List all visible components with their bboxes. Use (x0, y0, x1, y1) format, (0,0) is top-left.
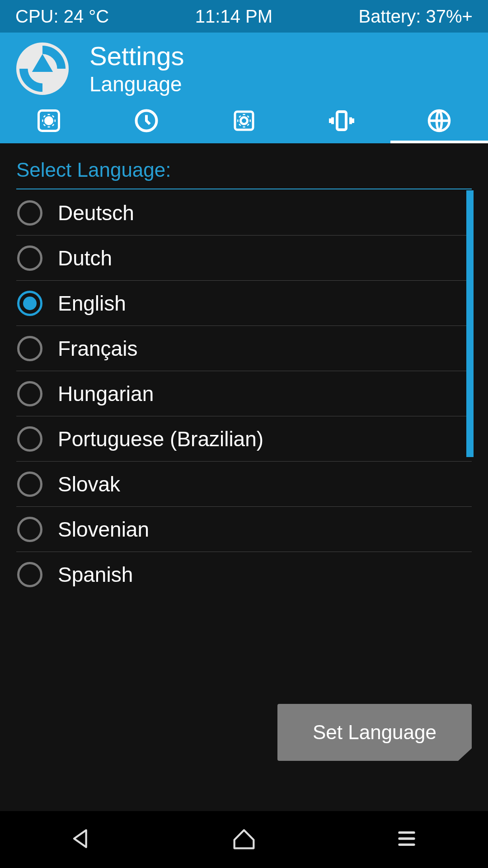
language-label: Français (58, 336, 137, 361)
radio-icon (17, 472, 42, 497)
list-item[interactable]: Slovenian (16, 507, 472, 552)
svg-point-2 (46, 118, 52, 124)
list-item[interactable]: Dutch (16, 236, 472, 281)
brightness-icon (230, 107, 258, 136)
tab-row (0, 100, 488, 143)
menu-icon[interactable] (392, 824, 421, 855)
content: Select Language: Deutsch Dutch English F… (0, 143, 488, 811)
page-subtitle: Language (89, 72, 184, 96)
radio-icon (17, 426, 42, 452)
clock-icon (133, 107, 160, 136)
radio-icon (17, 200, 42, 226)
radio-icon (17, 291, 42, 316)
language-label: Slovenian (58, 517, 149, 542)
list-item[interactable]: Spanish (16, 552, 472, 597)
language-label: Spanish (58, 562, 133, 587)
list-item[interactable]: English (16, 281, 472, 326)
language-label: Slovak (58, 472, 120, 496)
status-battery: Battery: 37%+ (359, 6, 473, 27)
tab-general[interactable] (0, 100, 98, 143)
page-title: Settings (89, 41, 184, 71)
twrp-logo-icon (16, 42, 69, 95)
scrollbar[interactable] (466, 190, 474, 457)
language-label: Deutsch (58, 201, 134, 225)
tab-language[interactable] (390, 100, 488, 143)
list-item[interactable]: Français (16, 326, 472, 371)
radio-icon (17, 336, 42, 361)
tab-screen[interactable] (195, 100, 293, 143)
back-icon[interactable] (67, 824, 96, 855)
globe-icon (426, 107, 453, 136)
header-titles: Settings Language (89, 41, 184, 96)
home-icon[interactable] (230, 824, 258, 855)
gear-icon (35, 107, 62, 136)
language-list[interactable]: Deutsch Dutch English Français Hungarian… (16, 190, 472, 597)
radio-icon (17, 245, 42, 271)
list-item[interactable]: Slovak (16, 462, 472, 507)
tab-vibration[interactable] (293, 100, 390, 143)
radio-icon (17, 517, 42, 542)
vibration-icon (328, 107, 355, 136)
list-item[interactable]: Hungarian (16, 371, 472, 416)
set-language-button[interactable]: Set Language (277, 704, 472, 761)
section-title: Select Language: (16, 159, 472, 189)
status-cpu: CPU: 24 °C (15, 6, 109, 27)
radio-icon (17, 562, 42, 587)
list-item[interactable]: Deutsch (16, 190, 472, 236)
header: Settings Language (0, 33, 488, 143)
header-top: Settings Language (0, 33, 488, 100)
radio-icon (17, 381, 42, 406)
language-label: Hungarian (58, 382, 154, 406)
system-navbar (0, 811, 488, 868)
status-bar: CPU: 24 °C 11:14 PM Battery: 37%+ (0, 0, 488, 33)
tab-timezone[interactable] (98, 100, 195, 143)
svg-point-5 (241, 118, 248, 124)
list-item[interactable]: Portuguese (Brazilian) (16, 416, 472, 462)
language-list-wrap: Deutsch Dutch English Français Hungarian… (16, 190, 472, 597)
svg-rect-6 (337, 112, 346, 130)
language-label: English (58, 291, 126, 316)
language-label: Dutch (58, 246, 112, 270)
status-time: 11:14 PM (195, 6, 272, 27)
language-label: Portuguese (Brazilian) (58, 427, 263, 451)
